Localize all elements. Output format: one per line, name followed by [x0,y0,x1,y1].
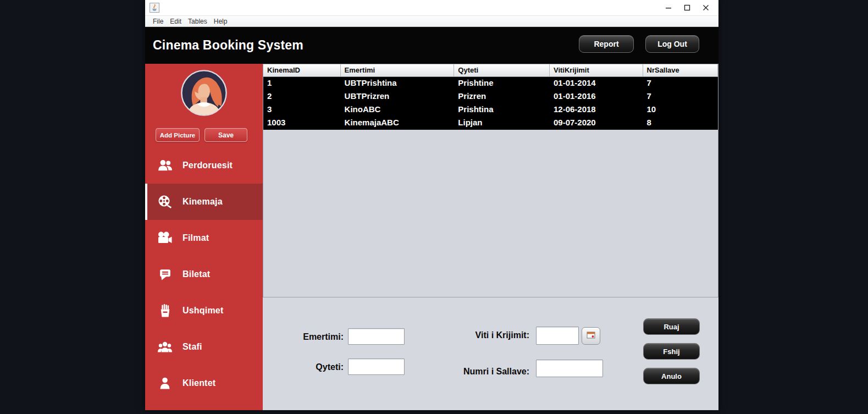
cell: 7 [643,77,718,90]
cinema-form: Emertimi: Qyteti: Viti i Krijimit: [263,297,718,410]
app-window: File Edit Tables Help Cinema Booking Sys… [145,0,718,410]
cinema-table: KinemaID Emertimi Qyteti VitiKrijimit Nr… [263,64,718,297]
cell: Prishtina [454,103,550,117]
cell: 8 [643,117,718,130]
page-title: Cinema Booking System [153,38,303,53]
staff-icon [157,340,173,354]
date-picker-button[interactable] [582,327,600,345]
cell: 01-01-2014 [550,77,643,90]
minimize-icon[interactable] [659,1,678,14]
col-vitikrijimit[interactable]: VitiKrijimit [550,64,643,76]
numri-sallave-label: Numri i Sallave: [441,367,529,377]
cell: 1003 [263,117,341,130]
col-qyteti[interactable]: Qyteti [454,64,550,76]
qyteti-field[interactable] [348,358,405,375]
table-row[interactable]: 1003 KinemajaABC Lipjan 09-07-2020 8 [263,117,718,130]
cell: 7 [643,90,718,103]
table-header: KinemaID Emertimi Qyteti VitiKrijimit Nr… [263,64,718,77]
sidebar-item-label: Biletat [183,269,210,279]
cell: 12-06-2018 [550,103,643,117]
cell: KinoABC [341,103,455,117]
window-titlebar [145,0,718,15]
sidebar-item-filmat[interactable]: Filmat [145,220,263,256]
sidebar-item-kinemaja[interactable]: Kinemaja [145,184,263,220]
viti-krijimit-field[interactable] [536,327,579,345]
cell: 09-07-2020 [550,117,643,130]
users-icon [157,159,173,172]
table-row[interactable]: 2 UBTPrizren Prizren 01-01-2016 7 [263,90,718,103]
menu-edit[interactable]: Edit [167,16,185,26]
col-nrsallave[interactable]: NrSallave [643,64,718,76]
film-reel-icon [157,195,173,209]
menu-file[interactable]: File [150,16,167,26]
sidebar-item-perdoruesit[interactable]: Perdoruesit [145,147,263,184]
col-emertimi[interactable]: Emertimi [341,64,455,76]
save-picture-button[interactable]: Save [204,128,247,142]
sidebar: Add Picture Save Perdoruesit [145,64,263,410]
fshij-button[interactable]: Fshij [643,343,700,360]
add-picture-button[interactable]: Add Picture [156,128,200,142]
cell: Lipjan [454,117,550,130]
sidebar-item-stafi[interactable]: Stafi [145,329,263,365]
sidebar-item-label: Kinemaja [183,197,223,207]
anulo-button[interactable]: Anulo [643,368,700,384]
sidebar-item-biletat[interactable]: Biletat [145,256,263,292]
sidebar-item-label: Stafi [183,342,202,352]
qyteti-label: Qyteti: [278,362,344,372]
cell: UBTPrishtina [341,77,455,90]
sidebar-item-label: Perdoruesit [183,161,233,170]
sidebar-item-label: Filmat [183,233,209,243]
emertimi-field[interactable] [348,328,405,345]
table-row[interactable]: 3 KinoABC Prishtina 12-06-2018 10 [263,103,718,117]
calendar-icon [587,331,595,341]
avatar [180,69,228,117]
movie-camera-icon [157,231,173,245]
viti-krijimit-label: Viti i Krijimit: [452,330,529,340]
cell: 2 [263,90,341,103]
logout-button[interactable]: Log Out [645,35,699,53]
menu-tables[interactable]: Tables [185,16,211,26]
person-icon [157,377,173,390]
sidebar-item-ushqimet[interactable]: Ushqimet [145,292,263,329]
app-header: Cinema Booking System Report Log Out [145,27,718,64]
col-kinemaid[interactable]: KinemaID [263,64,341,76]
maximize-icon[interactable] [678,1,696,14]
sidebar-item-label: Ushqimet [183,306,224,316]
cell: UBTPrizren [341,90,455,103]
menu-bar: File Edit Tables Help [145,15,718,27]
table-row[interactable]: 1 UBTPrishtina Prishtine 01-01-2014 7 [263,77,718,90]
cell: 01-01-2016 [550,90,643,103]
desktop-background: File Edit Tables Help Cinema Booking Sys… [0,0,868,414]
cell: Prizren [454,90,550,103]
java-icon [150,3,159,13]
close-icon[interactable] [696,1,715,14]
cell: Prishtine [454,77,550,90]
cell: 3 [263,103,341,117]
cell: 10 [643,103,718,117]
cell: KinemajaABC [341,117,455,130]
numri-sallave-field[interactable] [536,360,603,377]
emertimi-label: Emertimi: [278,332,344,342]
tickets-icon [157,268,173,281]
ruaj-button[interactable]: Ruaj [643,318,700,335]
report-button[interactable]: Report [579,35,634,53]
menu-help[interactable]: Help [211,16,231,26]
cell: 1 [263,77,341,90]
content-area: KinemaID Emertimi Qyteti VitiKrijimit Nr… [263,64,718,410]
sidebar-item-label: Klientet [183,378,215,388]
sidebar-item-klientet[interactable]: Klientet [145,365,263,401]
fries-icon [157,303,173,318]
sidebar-nav: Perdoruesit Kinemaja [145,147,263,401]
